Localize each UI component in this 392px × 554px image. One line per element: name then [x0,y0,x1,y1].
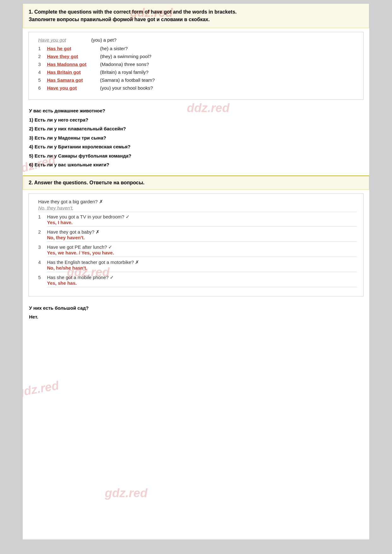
trans-2: 2) Есть ли у них плавательный бассейн? [29,125,363,133]
watermark-5: gdz.red [22,379,60,400]
ex2-num-q-3: 3 Have we got PE after lunch? ✓ [38,244,357,250]
row-question-5: (Samara) a football team? [100,77,155,83]
ex1-row-4: 4 Has Britain got (Britain) a royal fami… [38,69,357,75]
row-question-1: (he) a sister? [100,46,128,51]
row-num-5: 5 [38,77,47,83]
row-answer-6: Have you got [47,85,98,91]
ex1-row-1: 1 Has he got (he) a sister? [38,46,357,51]
row-answer-3: Has Madonna got [47,62,98,67]
ex1-row-2: 2 Have they got (they) a swimming pool? [38,54,357,59]
trans-5: 5) Есть ли у Самары футбольная команда? [29,152,363,160]
row-question-2: (they) a swimming pool? [100,54,151,59]
row-answer-4: Has Britain got [47,69,98,75]
example-answer: Have you got [38,37,89,43]
ex2-question-1: Have you got a TV in your bedroom? ✓ [47,214,130,220]
example-row: Have you got (you) a pet? [38,37,357,43]
ex2-answer-5: Yes, she has. [47,280,357,287]
ex2-num-2: 2 [38,229,47,235]
bottom-translations: У них есть большой сад? Нет. [23,300,369,329]
row-num-2: 2 [38,54,47,59]
ex2-answer-2: No, they haven't. [47,235,357,242]
exercise1-box: Have you got (you) a pet? 1 Has he got (… [28,32,364,100]
section1-header: 1. Complete the questions with the corre… [23,3,369,28]
ex2-num-1: 1 [38,214,47,219]
section2-title: 2. Answer the questions. Ответьте на воп… [29,180,363,186]
section1-title-en: 1. Complete the questions with the corre… [29,8,363,16]
row-question-6: (you) your school books? [100,85,153,91]
row-answer-1: Has he got [47,46,98,51]
ex2-question-3: Have we got PE after lunch? ✓ [47,244,112,250]
ex2-row-3: 3 Have we got PE after lunch? ✓ Yes, we … [38,244,357,257]
trans-3: 3) Есть ли у Мадонны три сына? [29,134,363,142]
section1-translations: У вас есть домашнее животное? 1) Есть ли… [23,104,369,176]
row-num-4: 4 [38,69,47,75]
ex2-question-4: Has the English teacher got a motorbike?… [47,259,139,265]
section2-header: 2. Answer the questions. Ответьте на воп… [23,176,369,190]
bottom-trans-1: Нет. [29,313,363,321]
ex2-row-1: 1 Have you got a TV in your bedroom? ✓ Y… [38,214,357,227]
row-answer-5: Has Samara got [47,77,98,83]
ex2-num-q-1: 1 Have you got a TV in your bedroom? ✓ [38,214,357,220]
row-answer-2: Have they got [47,54,98,59]
ex2-example-question: Have they got a big garden? ✗ [38,199,103,204]
ex2-question-5: Has she got a mobile phone? ✓ [47,275,114,280]
ex2-num-3: 3 [38,244,47,250]
ex2-answer-4: No, he/she hasn't. [47,265,357,272]
row-num-3: 3 [38,62,47,67]
ex2-example: Have they got a big garden? ✗ No, they h… [38,199,357,212]
example-question: (you) a pet? [91,37,116,43]
ex2-answer-1: Yes, I have. [47,220,357,227]
ex1-row-5: 5 Has Samara got (Samara) a football tea… [38,77,357,83]
ex2-example-answer: No, they haven't. [38,205,357,212]
row-question-4: (Britain) a royal family? [100,69,148,75]
ex2-row-5: 5 Has she got a mobile phone? ✓ Yes, she… [38,275,357,287]
page: gdz.red ddz.red gdz.red gdz.red gdz.red … [22,3,370,540]
ex2-row-2: 2 Have they got a baby? ✗ No, they haven… [38,229,357,242]
ex2-question-2: Have they got a baby? ✗ [47,229,100,235]
row-question-3: (Madonna) three sons? [100,62,149,67]
section1-title-ru: Заполните вопросы правильной формой have… [29,16,363,23]
trans-0: У вас есть домашнее животное? [29,107,363,115]
exercise2-box: Have they got a big garden? ✗ No, they h… [28,194,364,296]
trans-4: 4) Есть ли у Британии королевская семья? [29,143,363,151]
ex2-row-4: 4 Has the English teacher got a motorbik… [38,259,357,272]
watermark-6: gdz.red [105,486,147,500]
ex2-num-q-2: 2 Have they got a baby? ✗ [38,229,357,235]
ex1-row-3: 3 Has Madonna got (Madonna) three sons? [38,62,357,67]
row-num-6: 6 [38,85,47,91]
bottom-trans-0: У них есть большой сад? [29,305,363,312]
ex2-answer-3: Yes, we have. / Yes, you have. [47,250,357,257]
ex2-num-q-5: 5 Has she got a mobile phone? ✓ [38,275,357,280]
trans-1: 1) Есть ли у него сестра? [29,116,363,124]
ex2-num-5: 5 [38,275,47,280]
row-num-1: 1 [38,46,47,51]
ex2-num-4: 4 [38,259,47,265]
ex1-row-6: 6 Have you got (you) your school books? [38,85,357,91]
ex2-num-q-4: 4 Has the English teacher got a motorbik… [38,259,357,265]
trans-6: 6) Есть ли у вас школьные книги? [29,161,363,169]
